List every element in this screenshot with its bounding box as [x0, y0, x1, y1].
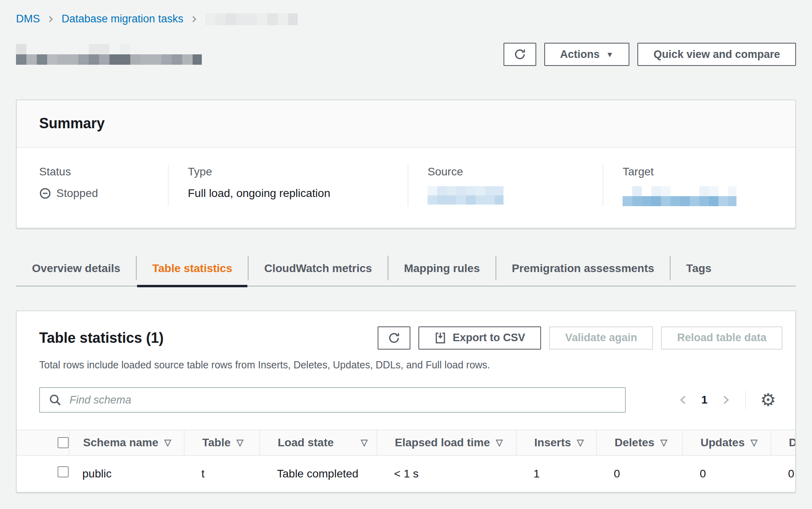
table-statistics-card: Table statistics (1) [16, 310, 796, 493]
column-header-table[interactable]: Table▽ [184, 430, 259, 455]
pagination: 1 ⚙ [678, 391, 776, 409]
previous-page-button[interactable] [678, 395, 689, 405]
validate-again-label: Validate again [565, 332, 637, 344]
sort-icon[interactable]: ▽ [750, 437, 757, 449]
sort-icon[interactable]: ▽ [496, 437, 503, 449]
caret-down-icon: ▼ [606, 50, 614, 59]
column-header-ddls[interactable]: D [770, 430, 796, 455]
tab-table-statistics[interactable]: Table statistics [136, 252, 248, 285]
target-value-redacted [623, 186, 736, 206]
table-statistics-header: Table statistics (1) [17, 311, 795, 372]
cell-inserts: 1 [516, 467, 596, 481]
cell-schema-name: public [69, 467, 184, 481]
cell-table: t [184, 467, 259, 481]
divider [745, 391, 746, 409]
quick-view-and-compare-button[interactable]: Quick view and compare [637, 43, 796, 66]
sort-icon[interactable]: ▽ [237, 437, 243, 449]
type-label: Type [188, 165, 396, 179]
task-detail-tabs: Overview details Table statistics CloudW… [16, 252, 796, 286]
table-row[interactable]: public t Table completed < 1 s 1 0 0 0 [17, 456, 795, 492]
cell-load-state: Table completed [259, 467, 376, 481]
table-statistics-buttons: Export to CSV Validate again Reload tabl… [378, 326, 782, 350]
download-icon [434, 332, 446, 344]
next-page-button[interactable] [720, 395, 731, 405]
chevron-right-icon [47, 16, 54, 23]
current-page-number[interactable]: 1 [701, 393, 708, 407]
validate-again-button[interactable]: Validate again [549, 326, 653, 350]
column-header-load-state[interactable]: Load state▽ [259, 430, 376, 455]
summary-card-header: Summary [17, 100, 795, 148]
summary-title: Summary [39, 114, 773, 133]
row-checkbox[interactable] [58, 466, 69, 477]
reload-table-data-button[interactable]: Reload table data [661, 326, 782, 350]
schema-search-box[interactable] [39, 387, 626, 413]
table-header-row: Schema name▽ Table▽ Load state▽ Elapsed … [17, 429, 795, 456]
table-statistics-title: Table statistics (1) [39, 326, 163, 348]
source-value-redacted [428, 186, 504, 205]
reload-table-data-label: Reload table data [677, 332, 766, 344]
select-all-checkbox[interactable] [58, 437, 69, 448]
export-to-csv-button[interactable]: Export to CSV [418, 326, 541, 350]
refresh-icon [388, 332, 400, 344]
tab-premigration-assessments[interactable]: Premigration assessments [496, 252, 670, 285]
actions-button-label: Actions [560, 48, 600, 61]
export-to-csv-label: Export to CSV [453, 332, 525, 344]
page-title-redacted [16, 44, 202, 65]
column-header-inserts[interactable]: Inserts▽ [516, 430, 596, 455]
stopped-status-icon [39, 187, 51, 199]
header-actions: Actions ▼ Quick view and compare [504, 43, 796, 66]
summary-field-source: Source [408, 165, 603, 206]
summary-grid: Status Stopped Type Full load, ongoing r… [17, 148, 795, 228]
summary-field-target: Target [603, 165, 795, 206]
summary-field-type: Type Full load, ongoing replication [168, 165, 408, 206]
breadcrumb-link-dms[interactable]: DMS [16, 12, 40, 26]
sort-icon[interactable]: ▽ [661, 437, 667, 449]
tab-overview-details[interactable]: Overview details [16, 252, 136, 285]
column-header-elapsed-load-time[interactable]: Elapsed load time▽ [376, 430, 516, 455]
cell-ddls: 0 [770, 467, 796, 481]
breadcrumb-redacted-task-name [205, 13, 298, 25]
refresh-icon [514, 48, 526, 60]
cell-updates: 0 [682, 467, 770, 481]
sort-icon[interactable]: ▽ [361, 437, 368, 449]
tab-cloudwatch-metrics[interactable]: CloudWatch metrics [248, 252, 388, 285]
table-refresh-button[interactable] [378, 326, 410, 350]
dms-task-page: DMS Database migration tasks Actions [0, 0, 812, 493]
chevron-right-icon [191, 16, 198, 23]
find-schema-input[interactable] [69, 394, 616, 407]
table-statistics-description: Total rows include loaded source table r… [39, 358, 782, 372]
tab-mapping-rules[interactable]: Mapping rules [388, 252, 496, 285]
page-header: Actions ▼ Quick view and compare [16, 43, 796, 66]
summary-card: Summary Status Stopped Type [16, 99, 796, 229]
quick-view-label: Quick view and compare [653, 48, 780, 61]
breadcrumb-link-tasks[interactable]: Database migration tasks [62, 12, 183, 26]
tab-tags[interactable]: Tags [670, 252, 727, 285]
column-header-schema-name[interactable]: Schema name▽ [69, 430, 184, 455]
summary-field-status: Status Stopped [17, 165, 168, 206]
cell-elapsed-load-time: < 1 s [376, 467, 516, 481]
refresh-button[interactable] [504, 43, 536, 66]
actions-button[interactable]: Actions ▼ [544, 43, 630, 66]
target-label: Target [623, 165, 783, 179]
settings-gear-icon[interactable]: ⚙ [760, 391, 776, 409]
status-label: Status [39, 165, 156, 179]
column-header-updates[interactable]: Updates▽ [682, 430, 770, 455]
source-label: Source [428, 165, 591, 179]
column-header-deletes[interactable]: Deletes▽ [596, 430, 682, 455]
sort-icon[interactable]: ▽ [164, 437, 171, 449]
sort-icon[interactable]: ▽ [577, 437, 584, 449]
status-value: Stopped [56, 186, 98, 201]
type-value: Full load, ongoing replication [188, 186, 330, 201]
breadcrumb: DMS Database migration tasks [16, 12, 796, 26]
table-filter-row: 1 ⚙ [17, 371, 795, 429]
search-icon [49, 394, 62, 406]
cell-deletes: 0 [596, 467, 682, 481]
